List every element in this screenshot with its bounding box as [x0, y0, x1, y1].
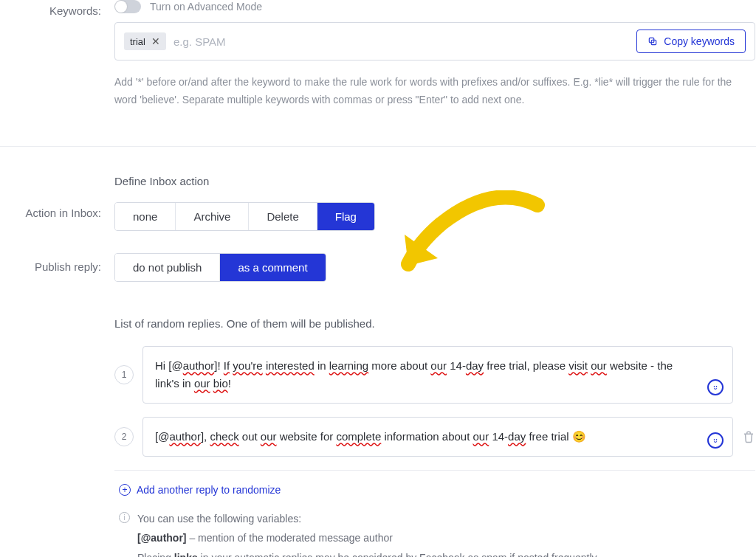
keywords-label: Keywords: — [0, 0, 114, 17]
copy-icon — [647, 36, 658, 46]
info-links-bold: links — [174, 552, 198, 557]
info-icon: i — [119, 512, 130, 523]
reply-number: 2 — [114, 427, 134, 446]
add-reply-label: Add another reply to randomize — [137, 484, 281, 496]
keyword-chip-text: trial — [130, 36, 145, 47]
reply-textarea[interactable]: Hi [@author]! If you're interested in le… — [142, 346, 733, 404]
advanced-mode-label: Turn on Advanced Mode — [150, 1, 262, 13]
delete-reply-icon[interactable] — [742, 430, 755, 443]
emoji-picker-icon[interactable] — [707, 432, 724, 449]
copy-keywords-label: Copy keywords — [664, 35, 735, 47]
plus-circle-icon: + — [119, 484, 131, 496]
action-option-flag[interactable]: Flag — [317, 203, 374, 230]
info-links-post: in your automatic replies may be conside… — [198, 552, 599, 557]
info-variables-lead: You can use the following variables: — [137, 509, 599, 529]
advanced-mode-toggle[interactable] — [114, 0, 141, 13]
svg-point-4 — [714, 439, 715, 440]
svg-point-3 — [716, 386, 717, 387]
emoji-picker-icon[interactable] — [707, 379, 724, 395]
publish-option-do-not-publish[interactable]: do not publish — [115, 254, 220, 281]
divider — [114, 470, 755, 471]
keywords-help: Add '*' before or/and after the keyword … — [114, 74, 755, 109]
svg-point-2 — [714, 386, 715, 387]
info-variable-desc: – mention of the moderated message autho… — [187, 532, 393, 544]
info-links-pre: Placing — [137, 552, 174, 557]
action-option-none[interactable]: none — [115, 203, 176, 230]
define-inbox-heading: Define Inbox action — [114, 175, 756, 187]
reply-textarea[interactable]: [@author], check out our website for com… — [142, 417, 733, 457]
reply-number: 1 — [114, 365, 134, 384]
publish-option-as-a-comment[interactable]: as a comment — [220, 254, 325, 281]
action-inbox-label: Action in Inbox: — [0, 202, 114, 219]
copy-keywords-button[interactable]: Copy keywords — [636, 30, 746, 53]
action-inbox-segment: noneArchiveDeleteFlag — [114, 202, 375, 231]
reply-row: 1Hi [@author]! If you're interested in l… — [114, 346, 755, 404]
svg-point-5 — [716, 439, 717, 440]
publish-reply-label: Publish reply: — [0, 253, 114, 273]
chip-remove-icon[interactable]: ✕ — [151, 35, 160, 47]
info-variable-name: [@author] — [137, 532, 187, 544]
replies-heading: List of random replies. One of them will… — [114, 317, 756, 330]
action-option-archive[interactable]: Archive — [176, 203, 249, 230]
keywords-input[interactable]: trial ✕ e.g. SPAM Copy keywords — [114, 22, 755, 60]
keywords-placeholder: e.g. SPAM — [173, 35, 629, 48]
publish-reply-segment: do not publishas a comment — [114, 253, 326, 282]
add-reply-button[interactable]: + Add another reply to randomize — [119, 484, 281, 496]
keyword-chip[interactable]: trial ✕ — [124, 32, 166, 50]
reply-row: 2[@author], check out our website for co… — [114, 417, 755, 457]
action-option-delete[interactable]: Delete — [249, 203, 317, 230]
